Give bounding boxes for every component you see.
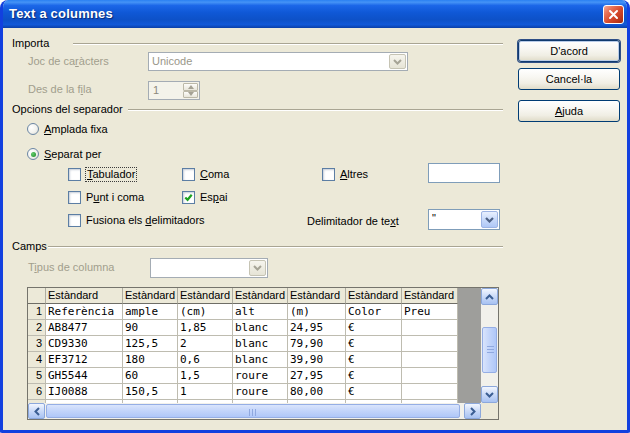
- grid-filler: [458, 336, 481, 352]
- cell[interactable]: CD9330: [46, 336, 123, 352]
- separated-by-radio[interactable]: [27, 148, 39, 160]
- merge-delimiters-checkbox[interactable]: [68, 214, 81, 227]
- column-header[interactable]: Estàndard: [178, 288, 233, 304]
- horizontal-scrollbar[interactable]: [28, 403, 481, 419]
- other-separator-input[interactable]: [428, 163, 500, 183]
- cell[interactable]: [402, 320, 458, 336]
- cell[interactable]: 1: [178, 384, 233, 400]
- table-row: 2AB8477901,85blanc24,95€: [28, 320, 481, 336]
- column-header[interactable]: Estàndard: [46, 288, 123, 304]
- cell[interactable]: [402, 336, 458, 352]
- camps-rule: [48, 246, 503, 248]
- vertical-scrollbar[interactable]: [481, 288, 498, 403]
- fixed-width-label: Amplada fixa: [44, 123, 108, 136]
- cell[interactable]: Color: [346, 304, 402, 320]
- cell[interactable]: 0,6: [178, 352, 233, 368]
- charset-label: Joc de caràcters: [28, 55, 109, 68]
- cell[interactable]: 1,85: [178, 320, 233, 336]
- column-type-label: Tipus de columna: [28, 261, 114, 274]
- cell[interactable]: 125,5: [123, 336, 178, 352]
- scroll-up-button[interactable]: [481, 288, 498, 305]
- cell[interactable]: 80,00: [288, 384, 346, 400]
- cell[interactable]: [402, 352, 458, 368]
- column-header[interactable]: Estàndard: [288, 288, 346, 304]
- grid-filler: [458, 288, 481, 304]
- cell[interactable]: 24,95: [288, 320, 346, 336]
- cell[interactable]: 2: [178, 336, 233, 352]
- grid-filler: [458, 304, 481, 320]
- tab-checkbox[interactable]: [68, 168, 81, 181]
- chevron-right-icon: [470, 407, 476, 416]
- cell[interactable]: roure: [233, 368, 288, 384]
- cell[interactable]: blanc: [233, 336, 288, 352]
- semicolon-checkbox[interactable]: [68, 191, 81, 204]
- semicolon-label: Punt i coma: [86, 191, 144, 204]
- cell[interactable]: [402, 368, 458, 384]
- cell[interactable]: alt: [233, 304, 288, 320]
- cell[interactable]: AB8477: [46, 320, 123, 336]
- cell[interactable]: (m): [288, 304, 346, 320]
- table-row: 4EF37121800,6blanc39,90€: [28, 352, 481, 368]
- header-row: EstàndardEstàndardEstàndardEstàndardEstà…: [28, 288, 481, 304]
- comma-checkbox[interactable]: [182, 168, 195, 181]
- cell[interactable]: [402, 384, 458, 400]
- triangle-up-icon: [188, 85, 194, 89]
- grid-filler: [458, 368, 481, 384]
- cell[interactable]: 39,90: [288, 352, 346, 368]
- cell[interactable]: IJ0088: [46, 384, 123, 400]
- cell[interactable]: blanc: [233, 320, 288, 336]
- column-header[interactable]: Estàndard: [402, 288, 458, 304]
- help-button[interactable]: Ajuda: [518, 100, 620, 122]
- cell[interactable]: Referència: [46, 304, 123, 320]
- scroll-left-button[interactable]: [28, 403, 45, 419]
- cancel-button[interactable]: Cancel·la: [518, 68, 620, 90]
- column-header[interactable]: Estàndard: [346, 288, 402, 304]
- horizontal-scroll-thumb[interactable]: [46, 404, 460, 418]
- from-row-label: Des de la fila: [28, 83, 92, 96]
- cell[interactable]: €: [346, 336, 402, 352]
- text-delimiter-combobox[interactable]: ": [428, 209, 500, 230]
- cell[interactable]: roure: [233, 384, 288, 400]
- cell[interactable]: €: [346, 384, 402, 400]
- column-header[interactable]: Estàndard: [233, 288, 288, 304]
- triangle-down-icon: [188, 92, 194, 96]
- cell[interactable]: €: [346, 368, 402, 384]
- section-importa: Importa: [12, 37, 49, 50]
- space-checkbox[interactable]: [182, 191, 195, 204]
- cell[interactable]: 90: [123, 320, 178, 336]
- cell[interactable]: €: [346, 352, 402, 368]
- cell[interactable]: 150,5: [123, 384, 178, 400]
- merge-delimiters-label: Fusiona els delimitadors: [86, 214, 205, 227]
- checkmark-icon: [183, 192, 194, 203]
- fixed-width-radio[interactable]: [27, 123, 39, 135]
- close-icon: [608, 9, 619, 20]
- charset-value: Unicode: [149, 53, 388, 70]
- dialog-body: Importa Joc de caràcters Unicode Des de …: [3, 28, 627, 430]
- ok-button[interactable]: D'acord: [518, 40, 620, 62]
- row-number: 1: [28, 304, 46, 320]
- cell[interactable]: GH5544: [46, 368, 123, 384]
- row-number: 3: [28, 336, 46, 352]
- cell[interactable]: 1,5: [178, 368, 233, 384]
- scroll-down-button[interactable]: [481, 386, 498, 403]
- comma-label: Coma: [200, 168, 229, 181]
- other-checkbox[interactable]: [322, 168, 335, 181]
- text-delimiter-dropdown-button[interactable]: [481, 211, 498, 228]
- cell[interactable]: 79,90: [288, 336, 346, 352]
- cell[interactable]: 27,95: [288, 368, 346, 384]
- table-row: 1Referènciaample(cm)alt(m)ColorPreu: [28, 304, 481, 320]
- cell[interactable]: 60: [123, 368, 178, 384]
- close-button[interactable]: [603, 5, 624, 24]
- cell[interactable]: €: [346, 320, 402, 336]
- cell[interactable]: blanc: [233, 352, 288, 368]
- vertical-scroll-thumb[interactable]: [482, 327, 497, 373]
- column-header[interactable]: Estàndard: [123, 288, 178, 304]
- cell[interactable]: 180: [123, 352, 178, 368]
- titlebar[interactable]: Text a columnes: [0, 0, 630, 28]
- cell[interactable]: EF3712: [46, 352, 123, 368]
- cell[interactable]: Preu: [402, 304, 458, 320]
- tab-label: Tabulador: [86, 168, 136, 181]
- cell[interactable]: (cm): [178, 304, 233, 320]
- scroll-right-button[interactable]: [464, 403, 481, 419]
- cell[interactable]: ample: [123, 304, 178, 320]
